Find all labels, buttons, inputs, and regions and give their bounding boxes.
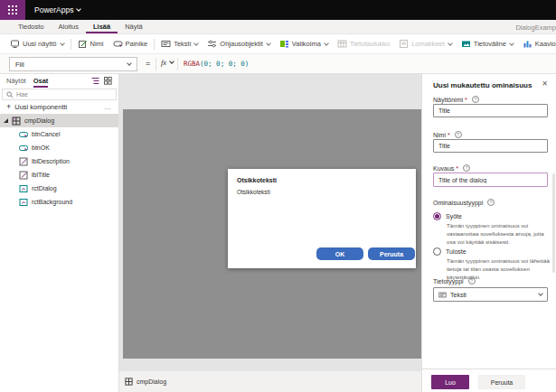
toolbar-charts-button[interactable]: Kaaviot: [518, 34, 556, 53]
equals-sign: =: [146, 59, 150, 68]
gallery-icon: [279, 39, 289, 49]
chevron-down-icon: [127, 61, 132, 66]
toolbar-media-button[interactable]: Tietoväline: [457, 34, 518, 53]
tree-item-label: rctDialog: [32, 185, 57, 191]
new-component-button[interactable]: + Uusi komponentti …: [0, 100, 118, 114]
more-options-icon[interactable]: …: [104, 103, 112, 111]
toolbar-button-button[interactable]: Painike: [108, 34, 153, 53]
tree-list-view-icon[interactable]: [91, 77, 99, 85]
help-icon[interactable]: ?: [472, 96, 479, 103]
right-panel-scrollbar[interactable]: [552, 173, 555, 273]
create-button[interactable]: Luo: [431, 375, 469, 389]
formula-bar: Fill = fx RGBA(0; 0; 0; 0): [0, 54, 556, 74]
toolbar-controls-button[interactable]: Ohjausobjektit: [203, 34, 275, 53]
radio-output-option[interactable]: Tuloste: [433, 247, 466, 256]
radio-unselected-icon: [433, 247, 441, 256]
search-input[interactable]: [16, 91, 98, 98]
fx-label: fx: [161, 58, 166, 67]
design-canvas: Otsikkoteksti Otsikkoteksti OK Peruuta c…: [119, 74, 421, 392]
button-control-icon: [19, 144, 28, 153]
app-title-menu[interactable]: PowerApps: [34, 5, 80, 14]
field-label-text: Tietotyyppi: [433, 278, 464, 285]
screen-icon: [10, 39, 20, 49]
radio-selected-icon: [433, 212, 441, 220]
toolbar-label: Valikoima: [292, 40, 321, 48]
tree-item-lbldescription[interactable]: lblDescription: [0, 154, 118, 168]
toolbar-label: Kaaviot: [535, 40, 556, 48]
waffle-icon: [8, 5, 17, 14]
dialog-cancel-button[interactable]: Peruuta: [368, 247, 415, 260]
help-icon[interactable]: ?: [455, 131, 462, 138]
text-icon: [161, 39, 171, 49]
toolbar-label: Tietoväline: [474, 40, 506, 48]
tree-view-panel: Näytöt Osat + Uusi komponentti … cmpDial…: [0, 74, 119, 392]
toolbar-datatable-button: Tietotaulukko: [333, 34, 394, 53]
tree-item-label: lblTitle: [32, 172, 50, 178]
tree-search-box: [2, 89, 117, 100]
data-type-dropdown[interactable]: Teksti: [433, 287, 548, 302]
dialog-component-preview[interactable]: Otsikkoteksti Otsikkoteksti OK Peruuta: [228, 169, 416, 268]
tab-components[interactable]: Osat: [33, 74, 49, 88]
tab-screens[interactable]: Näytöt: [6, 74, 26, 88]
field-label-text: Kuvaus: [433, 165, 454, 172]
tree-item-label: btnCancel: [32, 131, 61, 137]
toolbar-label-button[interactable]: Nimi: [73, 34, 108, 53]
property-selector[interactable]: Fill: [9, 57, 137, 71]
dialog-ok-button[interactable]: OK: [316, 247, 363, 260]
menu-item-lisaa[interactable]: Lisää: [86, 20, 118, 33]
menu-item-tiedosto[interactable]: Tiedosto: [11, 20, 52, 33]
menu-item-aloitus[interactable]: Aloitus: [52, 20, 87, 33]
toolbar-text-button[interactable]: Teksti: [156, 34, 203, 53]
insert-toolbar: Uusi näyttö Nimi Painike Teksti Ohjausob…: [0, 34, 556, 54]
expand-caret-icon[interactable]: [4, 118, 8, 123]
field-label-text: Näyttönimi: [433, 97, 463, 103]
chevron-down-icon: [193, 41, 199, 46]
data-type-label: Tietotyyppi ?: [433, 277, 476, 285]
toolbar-divider: [154, 39, 155, 50]
top-bar: PowerApps: [0, 0, 556, 20]
property-type-label: Ominaisuustyyppi ?: [433, 199, 495, 206]
toolbar-label: Painike: [126, 40, 148, 48]
text-field-icon: [438, 291, 447, 299]
tree-item-rctbackground[interactable]: rctBackground: [0, 195, 118, 209]
chevron-down-icon: [448, 41, 453, 46]
search-icon: [6, 91, 14, 98]
tree-item-btnok[interactable]: btnOK: [0, 141, 118, 154]
panel-footer-divider: [422, 369, 556, 369]
powerapps-studio: PowerApps Tiedosto Aloitus Lisää Näytä D…: [0, 0, 556, 392]
tree-item-rctdialog[interactable]: rctDialog: [0, 182, 118, 195]
tree-view-tabs: Näytöt Osat: [0, 74, 118, 88]
menu-item-nayta[interactable]: Näytä: [118, 20, 150, 33]
toolbar-gallery-button[interactable]: Valikoima: [275, 34, 333, 53]
toolbar-new-screen-button[interactable]: Uusi näyttö: [5, 34, 69, 53]
name-input[interactable]: [433, 139, 548, 153]
display-name-input[interactable]: [433, 104, 548, 117]
chevron-down-icon: [509, 41, 514, 46]
chevron-down-icon: [169, 59, 174, 64]
formula-function: RGBA: [184, 60, 200, 68]
dialog-description-control[interactable]: Otsikkoteksti: [237, 189, 270, 195]
close-icon[interactable]: ✕: [542, 79, 548, 88]
grid-view-icon[interactable]: [104, 77, 112, 85]
display-name-label: Näyttönimi * ?: [433, 96, 479, 103]
description-input[interactable]: [433, 173, 548, 187]
menu-bar: Tiedosto Aloitus Lisää Näytä DialogExamp: [0, 20, 556, 34]
formula-input[interactable]: RGBA(0; 0; 0; 0): [184, 60, 249, 68]
plus-icon: +: [6, 103, 11, 111]
waffle-menu-button[interactable]: [0, 0, 25, 20]
tree-item-lbltitle[interactable]: lblTitle: [0, 168, 118, 182]
help-icon[interactable]: ?: [463, 164, 470, 172]
chevron-down-icon: [266, 41, 271, 46]
charts-icon: [523, 39, 532, 49]
new-custom-property-panel: Uusi mukautettu ominaisuus ✕ Näyttönimi …: [421, 74, 556, 392]
fx-button[interactable]: fx: [161, 58, 174, 67]
help-icon[interactable]: ?: [468, 277, 476, 285]
canvas-status-bar: cmpDialog: [119, 371, 421, 392]
button-control-icon: [19, 130, 28, 139]
cancel-button[interactable]: Peruuta: [478, 375, 525, 389]
help-icon[interactable]: ?: [487, 199, 495, 206]
tree-item-btncancel[interactable]: btnCancel: [0, 127, 118, 141]
tree-item-cmpdialog[interactable]: cmpDialog: [0, 114, 118, 127]
radio-input-option[interactable]: Syöte: [433, 212, 462, 220]
dialog-title-control[interactable]: Otsikkoteksti: [237, 177, 277, 183]
